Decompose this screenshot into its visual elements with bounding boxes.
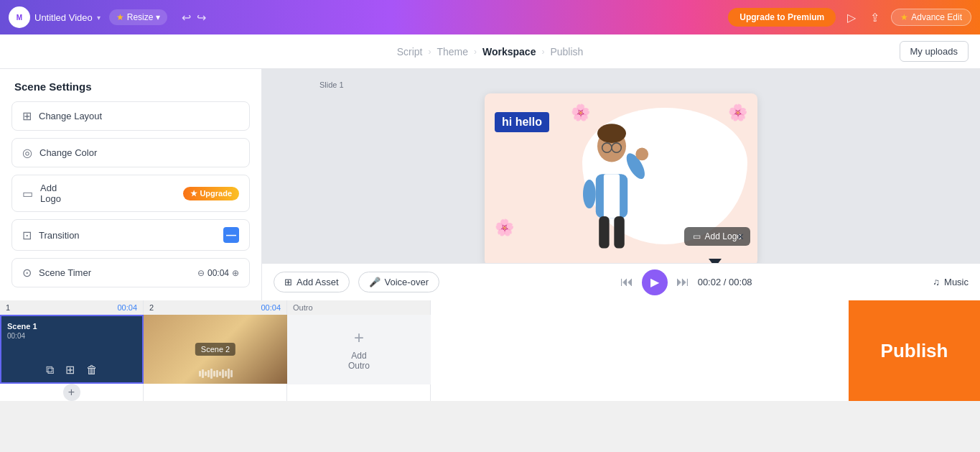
scene2-num: 2 [149,303,154,312]
scene2-add-row [144,384,286,401]
undo-button[interactable]: ↩ [182,11,191,24]
play-button[interactable]: ▶ [642,269,668,295]
sidebar-item-scene-timer[interactable]: ⊙ Scene Timer ⊖ 00:04 ⊕ [11,258,250,287]
nav-step-script[interactable]: Script [397,46,423,57]
change-color-label: Change Color [39,147,239,158]
canvas-area: Slide 1 🌸 🌸 🌸 hi hello [262,69,980,300]
music-label: Music [944,277,969,287]
scene1-delete-button[interactable]: 🗑 [86,363,98,377]
music-button[interactable]: ♫ Music [933,277,969,287]
scene2-header: 2 00:04 [144,300,286,315]
scene1-timeline: 1 00:04 Scene 1 00:04 ⧉ ⊞ 🗑 + [0,300,144,401]
add-logo-icon: ▭ [693,231,701,241]
logo-area: M Untitled Video ▾ [9,6,101,28]
voice-over-button[interactable]: 🎤 Voice-over [358,272,439,292]
publish-label: Publish [881,340,948,362]
add-asset-icon: ⊞ [284,277,292,287]
add-logo-overlay[interactable]: ▭ Add Logo ✕ [684,227,750,246]
timeline-bar: 1 00:04 Scene 1 00:04 ⧉ ⊞ 🗑 + 2 00:04 Sc… [0,300,980,401]
scene-timer-label: Scene Timer [39,267,197,278]
scene1-duplicate-button[interactable]: ⧉ [46,363,54,377]
title-chevron: ▾ [97,14,101,22]
timer-minus[interactable]: ⊖ [197,268,205,278]
transition-toggle[interactable]: — [223,227,239,243]
scene1-header: 1 00:04 [0,300,143,315]
voice-over-label: Voice-over [385,277,429,287]
transition-label: Transition [39,230,223,241]
svg-rect-3 [604,174,620,218]
scene2-badge: Scene 2 [195,343,235,356]
scene1-add-button[interactable]: + [63,384,80,401]
scene1-num: 1 [6,303,10,312]
play-icon-button[interactable]: ▷ [844,8,859,27]
sidebar-item-add-logo[interactable]: ▭ Add Logo ★ Upgrade [11,175,250,212]
add-asset-label: Add Asset [297,277,339,287]
slide-canvas: 🌸 🌸 🌸 hi hello [485,93,757,266]
scene2-time: 00:04 [261,303,281,312]
my-uploads-button[interactable]: My uploads [900,41,969,62]
add-asset-button[interactable]: ⊞ Add Asset [274,272,350,292]
logo-icon: ▭ [22,187,33,200]
advance-edit-label: Advance Edit [911,12,962,22]
mic-icon: 🎤 [369,277,381,287]
timer-icon: ⊙ [22,266,32,280]
scene1-layout-button[interactable]: ⊞ [65,363,75,377]
svg-point-7 [635,148,648,161]
character-svg [565,122,658,266]
sidebar-item-change-color[interactable]: ◎ Change Color [11,138,250,167]
music-icon: ♫ [933,277,940,287]
resize-button[interactable]: ★ Resize ▾ [109,9,168,25]
scene2-thumbnail[interactable]: Scene 2 [144,315,287,384]
timer-value: 00:04 [207,268,229,278]
svg-point-1 [597,124,626,143]
scene1-thumbnail[interactable]: Scene 1 00:04 ⧉ ⊞ 🗑 [0,315,144,384]
outro-plus-icon: + [354,328,364,348]
badge-label: Upgrade [200,189,232,198]
sidebar-item-change-layout[interactable]: ⊞ Change Layout [11,101,250,131]
svg-rect-4 [599,216,609,248]
upgrade-badge: ★ Upgrade [183,187,239,200]
prev-button[interactable]: ⏮ [620,275,633,290]
app-title: Untitled Video [34,12,93,23]
resize-label: Resize [127,12,154,22]
current-time: 00:02 [698,277,722,287]
timeline-spacer [431,300,849,401]
publish-panel[interactable]: Publish [849,300,980,401]
nav-step-workspace[interactable]: Workspace [482,46,536,57]
app-header: M Untitled Video ▾ ★ Resize ▾ ↩ ↪ Upgrad… [0,0,980,34]
share-icon-button[interactable]: ⇪ [867,8,882,27]
scene1-add-row: + [0,384,143,401]
scene1-label: Scene 1 [7,322,37,331]
nav-step-theme[interactable]: Theme [437,46,468,57]
scene2-waveform [144,366,287,381]
sidebar: Scene Settings ⊞ Change Layout ◎ Change … [0,69,262,300]
main-content: Scene Settings ⊞ Change Layout ◎ Change … [0,69,980,300]
layout-icon: ⊞ [22,109,32,123]
flower-bottom: 🌸 [495,218,514,237]
outro-bottom [287,384,430,401]
sidebar-title: Scene Settings [0,69,261,101]
outro-thumbnail[interactable]: + Add Outro [287,315,431,384]
flower-purple: 🌸 [728,103,747,122]
app-logo: M [9,6,30,28]
upgrade-button[interactable]: Upgrade to Premium [728,8,836,27]
nav-step-publish[interactable]: Publish [550,46,583,57]
timer-plus[interactable]: ⊕ [232,268,239,278]
hi-hello-text[interactable]: hi hello [495,112,549,132]
sidebar-item-transition[interactable]: ⊡ Transition — [11,219,250,251]
nav-bar: Script › Theme › Workspace › Publish My … [0,34,980,69]
transition-icon: ⊡ [22,229,32,242]
close-logo-overlay[interactable]: ✕ [737,231,745,242]
scene2-timeline: 2 00:04 Scene 2 [144,300,287,401]
outro-add-label: Add Outro [348,351,370,371]
time-sep: / [724,277,729,287]
slide-label: Slide 1 [319,80,344,89]
resize-chevron: ▾ [156,12,160,22]
redo-button[interactable]: ↪ [197,11,206,24]
svg-rect-5 [614,216,624,248]
advance-edit-star: ★ [900,12,908,22]
next-button[interactable]: ⏭ [676,275,689,290]
total-time: 00:08 [729,277,752,287]
advance-edit-button[interactable]: ★ Advance Edit [891,9,971,26]
scene1-sublabel: 00:04 [7,332,25,340]
